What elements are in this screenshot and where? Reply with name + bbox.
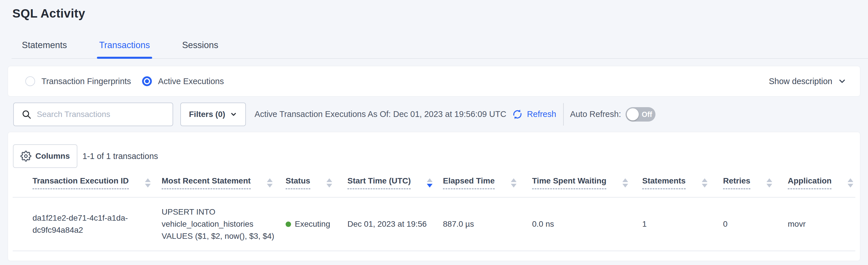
sort-icon[interactable]: [702, 178, 708, 187]
page-title: SQL Activity: [12, 6, 868, 21]
header-start-time[interactable]: Start Time (UTC): [347, 168, 443, 197]
radio-unselected-icon: [25, 76, 35, 86]
auto-refresh-label: Auto Refresh:: [570, 109, 621, 119]
view-selector-panel: Transaction Fingerprints Active Executio…: [8, 66, 860, 96]
tab-statements[interactable]: Statements: [22, 40, 67, 58]
search-icon: [21, 109, 32, 120]
header-application[interactable]: Application: [788, 168, 855, 197]
header-time-spent-waiting[interactable]: Time Spent Waiting: [532, 168, 642, 197]
sort-icon[interactable]: [267, 178, 273, 187]
filters-button[interactable]: Filters (0): [180, 103, 246, 126]
tab-bar: Statements Transactions Sessions: [11, 40, 868, 59]
cell-time-spent-waiting: 0.0 ns: [532, 197, 642, 251]
toggle-knob: [627, 108, 639, 121]
header-statements[interactable]: Statements: [642, 168, 723, 197]
cell-statements: 1: [642, 197, 723, 251]
columns-button-label: Columns: [35, 152, 70, 161]
header-retries[interactable]: Retries: [723, 168, 788, 197]
cell-transaction-execution-id: da1f21e2-de71-4c1f-a1da-dc9fc94a84a2: [13, 197, 162, 251]
show-description-label: Show description: [769, 77, 832, 86]
header-elapsed-time[interactable]: Elapsed Time: [443, 168, 532, 197]
cell-retries: 0: [723, 197, 788, 251]
sort-icon[interactable]: [622, 178, 628, 187]
search-box: [13, 103, 173, 126]
header-most-recent-statement[interactable]: Most Recent Statement: [162, 168, 286, 197]
radio-selected-icon: [142, 76, 152, 86]
sql-activity-page: SQL Activity Statements Transactions Ses…: [0, 6, 868, 261]
filters-label: Filters (0): [189, 110, 225, 119]
tab-sessions[interactable]: Sessions: [182, 40, 218, 58]
table-header-row: Transaction Execution ID Most Recent Sta…: [13, 168, 855, 197]
toggle-state-label: Off: [642, 107, 652, 122]
radio-transaction-fingerprints[interactable]: Transaction Fingerprints: [25, 76, 131, 86]
sort-icon[interactable]: [847, 178, 853, 187]
status-label: Executing: [295, 218, 330, 230]
cell-elapsed-time: 887.0 µs: [443, 197, 532, 251]
refresh-button[interactable]: Refresh: [512, 108, 556, 121]
refresh-icon: [512, 108, 523, 121]
chevron-down-icon: [230, 111, 237, 118]
header-transaction-execution-id[interactable]: Transaction Execution ID: [13, 168, 162, 197]
results-bar: Columns 1-1 of 1 transactions: [8, 132, 860, 168]
transactions-table: Transaction Execution ID Most Recent Sta…: [13, 168, 855, 251]
cell-application: movr: [788, 197, 855, 251]
tab-transactions[interactable]: Transactions: [99, 40, 150, 58]
refresh-label: Refresh: [527, 109, 556, 119]
show-description-toggle[interactable]: Show description: [769, 77, 847, 86]
search-input[interactable]: [37, 110, 167, 119]
status-executing-dot: [286, 221, 291, 227]
header-status[interactable]: Status: [286, 168, 347, 197]
table-row[interactable]: da1f21e2-de71-4c1f-a1da-dc9fc94a84a2 UPS…: [13, 197, 855, 251]
radio-label: Transaction Fingerprints: [41, 77, 131, 86]
sort-icon[interactable]: [767, 178, 772, 187]
toolbar: Filters (0) Active Transaction Execution…: [0, 96, 868, 132]
cell-start-time: Dec 01, 2023 at 19:56: [347, 197, 443, 251]
as-of-text: Active Transaction Executions As Of: Dec…: [254, 109, 506, 119]
gear-icon: [21, 151, 31, 162]
radio-label: Active Executions: [158, 77, 224, 86]
chevron-down-icon: [838, 77, 847, 86]
results-panel: Columns 1-1 of 1 transactions Transactio…: [8, 132, 860, 261]
sort-icon[interactable]: [511, 178, 517, 187]
sort-icon[interactable]: [327, 178, 332, 187]
sort-icon[interactable]: [145, 178, 151, 187]
auto-refresh-toggle[interactable]: Off: [625, 107, 655, 122]
columns-button[interactable]: Columns: [13, 144, 78, 168]
sort-icon-active-desc[interactable]: [427, 178, 433, 187]
cell-most-recent-statement: UPSERT INTO vehicle_location_histories V…: [162, 197, 286, 251]
cell-status: Executing: [286, 197, 347, 251]
results-count: 1-1 of 1 transactions: [83, 152, 158, 161]
radio-active-executions[interactable]: Active Executions: [142, 76, 224, 86]
toolbar-divider: [563, 103, 564, 126]
